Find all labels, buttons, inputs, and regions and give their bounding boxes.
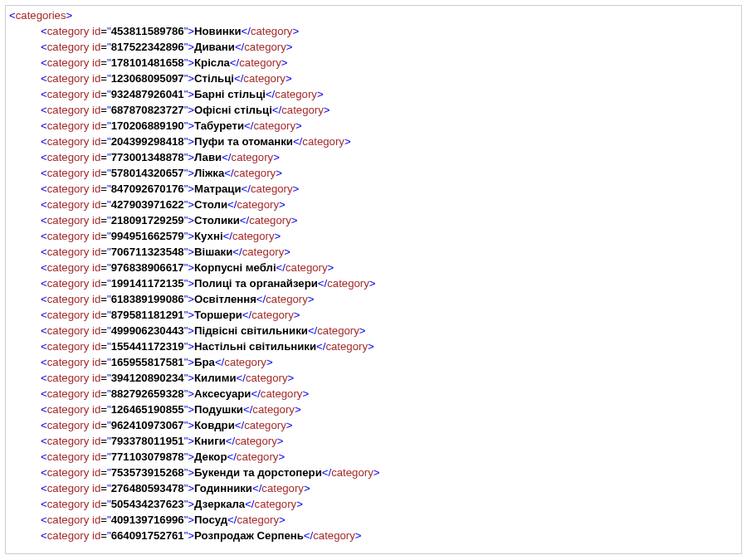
equals-sign: = bbox=[100, 151, 107, 163]
equals-sign: = bbox=[100, 387, 107, 400]
child-tag-name: category bbox=[47, 104, 90, 116]
bracket-gt-close: > bbox=[277, 435, 284, 447]
category-text: Книги bbox=[194, 435, 226, 447]
attr-value-id: 505434237623 bbox=[111, 498, 184, 510]
child-tag-name: category bbox=[47, 25, 90, 37]
attr-value-id: 126465190855 bbox=[111, 403, 184, 416]
attr-name: id bbox=[92, 277, 100, 290]
child-tag-name-close: category bbox=[235, 435, 277, 447]
bracket-lt-close: </ bbox=[242, 25, 251, 37]
child-tag-name-close: category bbox=[246, 372, 288, 384]
xml-category-line: <category id="817522342896">Дивани</cate… bbox=[9, 39, 738, 55]
bracket-lt: < bbox=[41, 183, 47, 195]
bracket-lt: < bbox=[41, 119, 47, 132]
child-tag-name-close: category bbox=[232, 230, 275, 242]
bracket-gt: > bbox=[188, 214, 194, 226]
bracket-lt: < bbox=[41, 56, 47, 69]
bracket-lt-close: </ bbox=[224, 167, 233, 179]
bracket-lt: < bbox=[41, 151, 47, 163]
xml-category-line: <category id="976838906617">Корпусні меб… bbox=[9, 260, 738, 275]
child-tag-name-close: category bbox=[237, 198, 279, 211]
attr-value-id: 276480593478 bbox=[111, 482, 184, 494]
child-tag-name-close: category bbox=[251, 25, 293, 37]
child-tag-name: category bbox=[47, 403, 90, 416]
xml-category-line: <category id="706711323548">Вішаки</cate… bbox=[9, 244, 738, 260]
equals-sign: = bbox=[100, 277, 107, 290]
bracket-gt: > bbox=[188, 498, 194, 510]
attr-name: id bbox=[92, 514, 100, 526]
child-tag-name: category bbox=[47, 183, 90, 195]
child-tag-name: category bbox=[47, 261, 90, 274]
child-tag-name: category bbox=[47, 372, 90, 384]
bracket-gt-close: > bbox=[286, 41, 293, 53]
attr-name: id bbox=[92, 387, 100, 400]
attr-name: id bbox=[92, 356, 100, 368]
bracket-lt-close: </ bbox=[276, 261, 286, 274]
attr-name: id bbox=[92, 183, 100, 195]
category-text: Підвісні світильники bbox=[194, 324, 308, 337]
attr-name: id bbox=[92, 293, 100, 305]
child-tag-name: category bbox=[47, 56, 90, 69]
bracket-lt: < bbox=[41, 324, 47, 337]
attr-name: id bbox=[92, 72, 100, 85]
attr-value-id: 618389199086 bbox=[111, 293, 184, 305]
bracket-lt: < bbox=[41, 340, 47, 353]
xml-category-line: <category id="155441172319">Настільні св… bbox=[9, 338, 738, 354]
bracket-lt-close: </ bbox=[235, 41, 244, 53]
xml-category-line: <category id="773001348878">Лави</catego… bbox=[9, 149, 738, 165]
bracket-lt-close: </ bbox=[304, 529, 313, 542]
category-text: Розпродаж Серпень bbox=[194, 529, 304, 542]
bracket-lt: < bbox=[41, 435, 47, 447]
attr-name: id bbox=[92, 151, 100, 163]
bracket-gt-close: > bbox=[355, 529, 362, 542]
equals-sign: = bbox=[100, 246, 107, 258]
category-text: Столи bbox=[194, 198, 227, 211]
xml-category-line: <category id="618389199086">Освітлення</… bbox=[9, 291, 738, 307]
bracket-lt-close: </ bbox=[226, 435, 235, 447]
attr-name: id bbox=[92, 104, 100, 116]
bracket-gt: > bbox=[66, 9, 73, 22]
bracket-gt: > bbox=[188, 72, 194, 85]
bracket-lt: < bbox=[41, 41, 47, 53]
bracket-lt: < bbox=[41, 529, 47, 542]
child-tag-name-close: category bbox=[232, 151, 274, 163]
attr-name: id bbox=[92, 340, 100, 353]
child-tag-name: category bbox=[47, 88, 90, 100]
bracket-gt: > bbox=[188, 104, 194, 116]
attr-value-id: 204399298418 bbox=[111, 135, 184, 148]
child-tag-name: category bbox=[47, 529, 90, 542]
bracket-gt-close: > bbox=[286, 72, 292, 85]
attr-name: id bbox=[92, 261, 100, 274]
category-text: Лави bbox=[194, 151, 222, 163]
xml-viewer-frame: <categories> <category id="453811589786"… bbox=[5, 5, 742, 554]
category-text: Барні стільці bbox=[194, 88, 266, 100]
bracket-lt: < bbox=[41, 88, 47, 100]
bracket-lt-close: </ bbox=[256, 293, 266, 305]
bracket-lt-close: </ bbox=[227, 198, 237, 211]
attr-value-id: 847092670176 bbox=[111, 183, 184, 195]
child-tag-name: category bbox=[47, 419, 90, 431]
equals-sign: = bbox=[100, 25, 107, 37]
bracket-gt: > bbox=[188, 466, 194, 479]
attr-value-id: 218091729259 bbox=[111, 214, 184, 226]
attr-value-id: 817522342896 bbox=[111, 41, 184, 53]
bracket-gt-close: > bbox=[279, 514, 286, 526]
attr-value-id: 499906230443 bbox=[111, 324, 184, 337]
bracket-gt-close: > bbox=[291, 214, 298, 226]
child-tag-name-close: category bbox=[261, 482, 304, 494]
xml-category-line: <category id="199141172135">Полиці та ор… bbox=[9, 275, 738, 291]
attr-name: id bbox=[92, 198, 100, 211]
xml-category-line: <category id="505434237623">Дзеркала</ca… bbox=[9, 496, 738, 512]
bracket-lt: < bbox=[41, 167, 47, 179]
attr-value-id: 178101481658 bbox=[111, 56, 184, 69]
bracket-lt-close: </ bbox=[242, 183, 251, 195]
bracket-lt-close: </ bbox=[293, 135, 302, 148]
bracket-lt-close: </ bbox=[251, 387, 260, 400]
category-text: Ліжка bbox=[194, 167, 224, 179]
category-text: Крісла bbox=[194, 56, 230, 69]
bracket-lt-close: </ bbox=[232, 246, 242, 258]
bracket-lt: < bbox=[41, 403, 47, 416]
xml-category-line: <category id="170206889190">Табурети</ca… bbox=[9, 118, 738, 134]
child-tag-name-close: category bbox=[252, 403, 295, 416]
category-text: Столики bbox=[194, 214, 240, 226]
